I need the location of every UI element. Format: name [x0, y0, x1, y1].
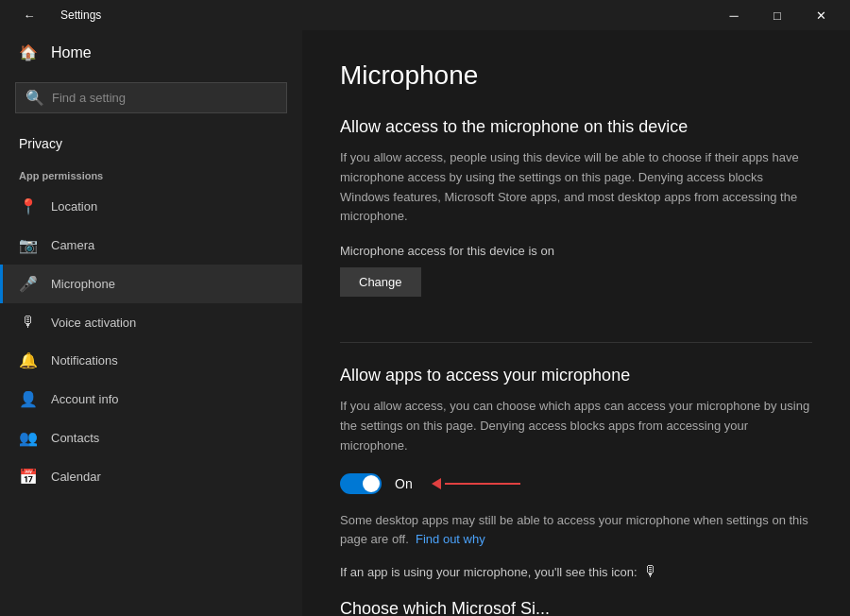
calendar-icon: 📅	[19, 468, 38, 486]
arrow-line	[445, 483, 520, 485]
sidebar-item-camera[interactable]: 📷 Camera	[0, 226, 302, 265]
sidebar-item-label: Camera	[51, 238, 94, 252]
titlebar-title: Settings	[60, 9, 101, 22]
choose-section-title: Choose which Microsof Si...	[340, 599, 812, 616]
privacy-label: Privacy	[0, 128, 302, 161]
arrow-indicator	[434, 478, 520, 489]
account-info-icon: 👤	[19, 390, 38, 408]
info-text-part1: Some desktop apps may still be able to a…	[340, 513, 808, 547]
sidebar-item-label: Calendar	[51, 470, 101, 484]
sidebar-item-label: Account info	[51, 392, 119, 406]
minimize-button[interactable]: ─	[712, 0, 756, 30]
contacts-icon: 👥	[19, 429, 38, 447]
maximize-icon: □	[774, 9, 781, 23]
home-label: Home	[51, 44, 92, 61]
content-area: Microphone Allow access to the microphon…	[302, 30, 850, 616]
minimize-icon: ─	[729, 9, 738, 23]
search-box: 🔍	[15, 82, 287, 113]
mic-inline-icon: 🎙	[643, 563, 658, 580]
sidebar-item-label: Contacts	[51, 431, 99, 445]
toggle-row: On	[340, 473, 812, 494]
change-button[interactable]: Change	[340, 267, 421, 297]
sidebar-item-account-info[interactable]: 👤 Account info	[0, 380, 302, 419]
toggle-label: On	[395, 476, 413, 491]
find-out-why-link[interactable]: Find out why	[416, 532, 485, 546]
sidebar-home[interactable]: 🏠 Home	[0, 30, 302, 75]
titlebar: ← Settings ─ □ ✕	[0, 0, 850, 30]
close-button[interactable]: ✕	[799, 0, 842, 30]
info-text: Some desktop apps may still be able to a…	[340, 511, 812, 551]
device-status-text: Microphone access for this device is on	[340, 244, 812, 258]
camera-icon: 📷	[19, 236, 38, 254]
home-icon: 🏠	[19, 43, 38, 61]
icon-info-text: If an app is using your microphone, you'…	[340, 565, 638, 579]
sidebar-item-label: Notifications	[51, 353, 118, 368]
titlebar-left: ← Settings	[8, 0, 101, 30]
back-button[interactable]: ←	[8, 0, 51, 30]
sidebar-item-microphone[interactable]: 🎤 Microphone	[0, 265, 302, 303]
microphone-access-toggle[interactable]	[340, 473, 382, 494]
sidebar-item-label: Voice activation	[51, 316, 136, 330]
icon-info: If an app is using your microphone, you'…	[340, 563, 812, 580]
location-icon: 📍	[19, 197, 38, 215]
search-icon: 🔍	[26, 89, 44, 107]
app-permissions-label: App permissions	[0, 161, 302, 187]
section2-description: If you allow access, you can choose whic…	[340, 397, 812, 455]
back-icon: ←	[24, 9, 36, 23]
microphone-icon: 🎤	[19, 275, 38, 293]
sidebar-item-location[interactable]: 📍 Location	[0, 187, 302, 226]
maximize-button[interactable]: □	[756, 0, 799, 30]
sidebar-item-label: Location	[51, 199, 97, 214]
arrow-head	[432, 478, 441, 489]
section1-description: If you allow access, people using this d…	[340, 148, 812, 227]
sidebar-item-notifications[interactable]: 🔔 Notifications	[0, 341, 302, 380]
main-layout: 🏠 Home 🔍 Privacy App permissions 📍 Locat…	[0, 30, 850, 616]
titlebar-controls: ─ □ ✕	[712, 0, 842, 30]
sidebar-item-calendar[interactable]: 📅 Calendar	[0, 457, 302, 496]
sidebar-item-label: Microphone	[51, 277, 115, 291]
section-divider	[340, 342, 812, 343]
section2-title: Allow apps to access your microphone	[340, 366, 812, 385]
voice-activation-icon: 🎙	[19, 314, 38, 331]
close-icon: ✕	[816, 9, 826, 23]
section1-title: Allow access to the microphone on this d…	[340, 117, 812, 137]
notifications-icon: 🔔	[19, 351, 38, 369]
page-title: Microphone	[340, 60, 812, 91]
sidebar-item-contacts[interactable]: 👥 Contacts	[0, 419, 302, 457]
search-input[interactable]	[52, 91, 277, 105]
sidebar: 🏠 Home 🔍 Privacy App permissions 📍 Locat…	[0, 30, 302, 616]
sidebar-item-voice-activation[interactable]: 🎙 Voice activation	[0, 303, 302, 341]
